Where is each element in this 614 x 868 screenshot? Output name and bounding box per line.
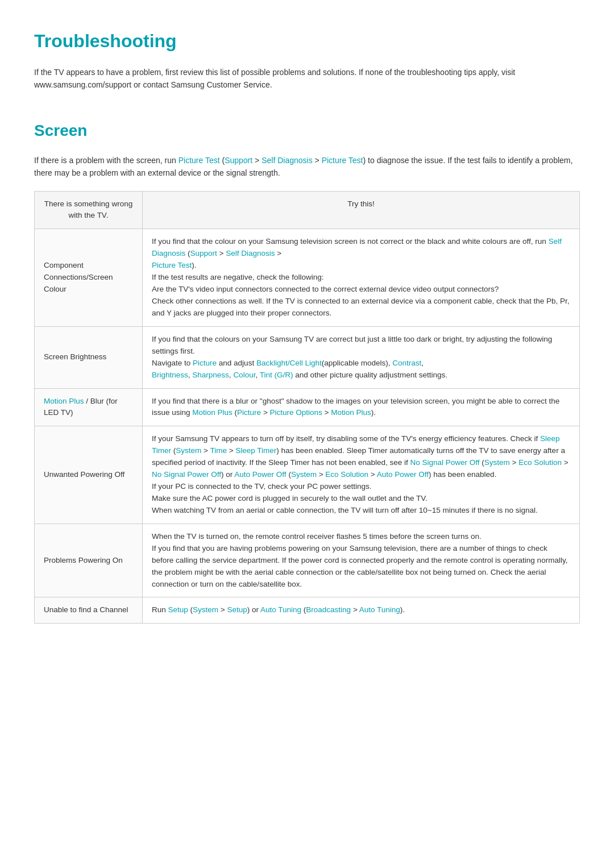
system-link2[interactable]: System: [484, 458, 510, 467]
eco-solution-link1[interactable]: Eco Solution: [518, 458, 562, 467]
table-header-problem: There is something wrong with the TV.: [35, 191, 143, 229]
support-link[interactable]: Support: [225, 156, 252, 165]
table-row: Motion Plus / Blur (for LED TV) If you f…: [35, 388, 580, 426]
auto-tuning-link2[interactable]: Auto Tuning: [359, 605, 400, 614]
table-row: Component Connections/Screen Colour If y…: [35, 229, 580, 326]
motion-plus-link2[interactable]: Motion Plus: [331, 408, 371, 417]
no-signal-link2[interactable]: No Signal Power Off: [152, 470, 221, 479]
auto-power-link[interactable]: Auto Power Off: [234, 470, 286, 479]
table-row: Screen Brightness If you find that the c…: [35, 326, 580, 388]
solution-cell: Run Setup (System > Setup) or Auto Tunin…: [143, 597, 580, 624]
contrast-link[interactable]: Contrast: [392, 359, 421, 367]
problem-cell: Motion Plus / Blur (for LED TV): [35, 388, 143, 426]
picture-test-link3[interactable]: Picture Test: [152, 261, 192, 269]
screen-section-title: Screen: [34, 119, 580, 143]
sleep-timer-link2[interactable]: Sleep Timer: [235, 446, 276, 455]
system-link3[interactable]: System: [291, 470, 317, 479]
no-signal-link[interactable]: No Signal Power Off: [410, 458, 480, 467]
picture-link[interactable]: Picture: [193, 359, 217, 367]
solution-cell: If your Samsung TV appears to turn off b…: [143, 426, 580, 524]
setup-link2[interactable]: Setup: [227, 605, 247, 614]
brightness-link[interactable]: Brightness: [152, 371, 188, 379]
backlight-link[interactable]: Backlight/Cell Light: [256, 359, 322, 367]
motion-plus-problem-link[interactable]: Motion Plus: [44, 397, 84, 405]
motion-plus-link[interactable]: Motion Plus: [192, 408, 233, 417]
system-setup-link[interactable]: System: [193, 605, 218, 614]
sharpness-link[interactable]: Sharpness: [192, 371, 229, 379]
page-title: Troubleshooting: [34, 27, 580, 55]
problem-cell: Unwanted Powering Off: [35, 426, 143, 524]
table-row: Problems Powering On When the TV is turn…: [35, 524, 580, 597]
solution-cell: If you find that the colour on your Sams…: [143, 229, 580, 326]
picture-test-link1[interactable]: Picture Test: [179, 156, 220, 165]
problem-cell: Unable to find a Channel: [35, 597, 143, 624]
screen-section-intro: If there is a problem with the screen, r…: [34, 154, 580, 180]
tint-link[interactable]: Tint (G/R): [260, 371, 293, 379]
auto-power-link2[interactable]: Auto Power Off: [377, 470, 429, 479]
self-diagnosis-link3[interactable]: Self Diagnosis: [226, 249, 275, 258]
eco-solution-link2[interactable]: Eco Solution: [325, 470, 368, 479]
solution-cell: If you find that there is a blur or "gho…: [143, 388, 580, 426]
troubleshooting-table: There is something wrong with the TV. Tr…: [34, 191, 580, 624]
setup-link[interactable]: Setup: [168, 605, 188, 614]
broadcasting-link[interactable]: Broadcasting: [306, 605, 351, 614]
picture-options-link[interactable]: Picture Options: [270, 408, 322, 417]
time-link[interactable]: Time: [210, 446, 227, 455]
colour-link[interactable]: Colour: [233, 371, 255, 379]
solution-cell: When the TV is turned on, the remote con…: [143, 524, 580, 597]
system-link1[interactable]: System: [176, 446, 201, 455]
table-row: Unable to find a Channel Run Setup (Syst…: [35, 597, 580, 624]
support-link2[interactable]: Support: [190, 249, 217, 258]
problem-cell: Screen Brightness: [35, 326, 143, 388]
problem-cell: Problems Powering On: [35, 524, 143, 597]
picture-test-link2[interactable]: Picture Test: [322, 156, 363, 165]
solution-cell: If you find that the colours on your Sam…: [143, 326, 580, 388]
table-header-solution: Try this!: [143, 191, 580, 229]
auto-tuning-link[interactable]: Auto Tuning: [260, 605, 301, 614]
table-row: Unwanted Powering Off If your Samsung TV…: [35, 426, 580, 524]
picture-link2[interactable]: Picture: [237, 408, 261, 417]
page-intro: If the TV appears to have a problem, fir…: [34, 66, 580, 92]
self-diagnosis-link1[interactable]: Self Diagnosis: [262, 156, 313, 165]
problem-cell: Component Connections/Screen Colour: [35, 229, 143, 326]
